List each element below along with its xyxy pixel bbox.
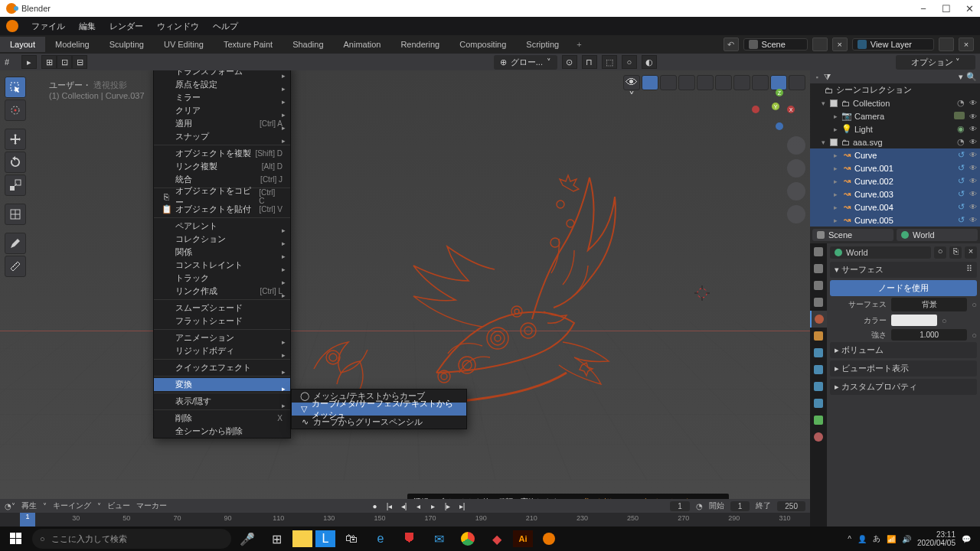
illustrator-icon[interactable]: Ai (513, 530, 533, 547)
submenu-item[interactable]: ▽カーブ/メタ/サーフェス/テキストからメッシュ (292, 403, 466, 416)
proptab-object[interactable] (810, 328, 827, 344)
section-custom[interactable]: ▸ カスタムプロパティ (830, 379, 977, 395)
outliner-curve[interactable]: ▸↝Curve.003↺ (810, 187, 980, 201)
blender-icon[interactable] (6, 20, 18, 32)
tray-ime-icon[interactable]: あ (873, 533, 880, 544)
outliner-curve[interactable]: ▸↝Curve.005↺ (810, 214, 980, 227)
menu-item[interactable]: 関係 (154, 246, 290, 259)
timeline-view-menu[interactable]: ビュー (107, 500, 130, 511)
perspective-icon[interactable] (787, 205, 805, 223)
tray-up-icon[interactable]: ^ (848, 535, 851, 543)
tab-layout[interactable]: Layout (0, 37, 45, 52)
menu-item[interactable]: リンク作成[Ctrl] L (154, 285, 290, 298)
snap-increment-icon[interactable]: ⊟ (72, 55, 87, 69)
playhead[interactable]: 1 (20, 513, 35, 527)
jump-start-icon[interactable]: |◂ (384, 500, 396, 511)
proptab-render[interactable] (810, 243, 827, 260)
preview-range-icon[interactable]: ◔ (696, 502, 703, 510)
outliner[interactable]: ▪⧩▾🔍 🗀シーンコレクション ▾🗀Collection◔ ▸📷Camera ▸… (810, 70, 980, 227)
annotate-tool[interactable] (5, 233, 26, 254)
edge-icon[interactable]: e (368, 528, 394, 549)
eye-icon[interactable] (969, 98, 977, 108)
menu-item[interactable]: ミラー (154, 91, 290, 104)
outliner-root[interactable]: シーンコレクション (836, 84, 912, 96)
scene-tab[interactable]: Scene (812, 229, 893, 241)
mail-icon[interactable]: ✉ (426, 528, 452, 549)
axis-z-icon[interactable]: Z (776, 89, 783, 96)
unlink-world-button[interactable]: × (965, 246, 977, 259)
xray-icon[interactable] (697, 75, 714, 90)
menu-item[interactable]: 削除X (154, 412, 290, 425)
proptab-physics[interactable] (810, 378, 827, 395)
proptab-scene[interactable] (810, 294, 827, 311)
new-viewlayer-button[interactable] (939, 37, 954, 51)
submenu-item[interactable]: ∿カーブからグリースペンシル (292, 416, 466, 429)
use-nodes-button[interactable]: ノードを使用 (830, 280, 977, 296)
timeline[interactable]: ◔˅ 再生˅ キーイング˅ ビュー マーカー ● |◂ ◂| ◂ ▸ |▸ ▸|… (0, 499, 810, 527)
delete-scene-button[interactable]: × (832, 37, 848, 51)
menu-item[interactable]: クイックエフェクト (154, 361, 290, 374)
autokey-icon[interactable]: ● (369, 500, 381, 511)
surface-value[interactable]: 背景 (891, 298, 967, 311)
prev-key-icon[interactable]: ◂| (398, 500, 410, 511)
outliner-curve[interactable]: ▸↝Curve.001↺ (810, 161, 980, 174)
tab-rendering[interactable]: Rendering (390, 37, 449, 52)
section-volume[interactable]: ▸ ボリューム (830, 342, 977, 358)
tray-volume-icon[interactable]: 🔊 (902, 535, 911, 543)
pan-icon[interactable] (787, 159, 805, 178)
shading-options-icon[interactable] (789, 75, 805, 90)
menu-render[interactable]: レンダー (103, 21, 150, 32)
blender-taskbar-icon[interactable] (536, 528, 562, 549)
menu-item[interactable]: 統合[Ctrl] J (154, 173, 290, 186)
menu-edit[interactable]: 編集 (72, 21, 103, 32)
options-dropdown[interactable]: オプション ˅ (896, 55, 975, 70)
close-button[interactable]: ✕ (965, 3, 974, 15)
menu-item[interactable]: 適用[Ctrl] A (154, 117, 290, 130)
cursor-mode-icon[interactable]: ▸ (21, 55, 37, 69)
explorer-icon[interactable] (292, 530, 312, 547)
axis-neg2-icon[interactable] (776, 122, 783, 130)
tab-animation[interactable]: Animation (334, 37, 391, 52)
3d-viewport[interactable]: 👁˅ Z Y X (0, 70, 810, 527)
select-box-tool[interactable] (5, 77, 26, 98)
menu-item[interactable]: フラットシェード (154, 315, 290, 328)
back-to-prev-icon[interactable]: ↶ (724, 37, 739, 51)
axis-y-icon[interactable]: Y (772, 103, 779, 110)
scene-selector[interactable]: Scene (743, 38, 808, 51)
proptab-constraint[interactable] (810, 395, 827, 412)
taskbar-search[interactable]: ○ここに入力して検索 (32, 529, 231, 549)
menu-file[interactable]: ファイル (24, 21, 72, 32)
viewlayer-selector[interactable]: View Layer (852, 38, 934, 51)
outliner-collection[interactable]: Collection (853, 99, 890, 108)
tray-notifications-icon[interactable]: 💬 (962, 535, 971, 543)
outliner-curve[interactable]: ▸↝Curve.004↺ (810, 201, 980, 214)
snap-grid-icon[interactable]: ⊞ (41, 55, 57, 69)
shading-render-icon[interactable] (770, 75, 787, 90)
section-viewport[interactable]: ▸ ビューポート表示 (830, 360, 977, 377)
outliner-camera[interactable]: Camera (854, 112, 884, 121)
app-icon-3[interactable]: ◆ (484, 528, 510, 549)
tray-wifi-icon[interactable]: 📶 (887, 535, 896, 543)
current-frame[interactable]: 1 (670, 501, 690, 511)
minimize-button[interactable]: − (919, 3, 928, 15)
tray-people-icon[interactable]: 👤 (858, 535, 867, 543)
menu-item[interactable]: 変換 (154, 378, 290, 391)
pivot-icon[interactable]: ⊙ (562, 55, 577, 69)
menu-item[interactable]: 表示/隠す (154, 395, 290, 408)
proportional-mode-icon[interactable]: ◐ (642, 55, 657, 69)
transform-tool[interactable] (5, 204, 26, 225)
outliner-curve[interactable]: ▸↝Curve↺ (810, 148, 980, 161)
timeline-ruler[interactable]: 1 10305070901101301501701902102302502702… (0, 513, 810, 527)
chrome-icon[interactable] (455, 528, 481, 549)
tab-compositing[interactable]: Compositing (449, 37, 516, 52)
scale-tool[interactable] (5, 174, 26, 196)
maximize-button[interactable]: ☐ (942, 3, 951, 15)
proptab-modifier[interactable] (810, 344, 827, 361)
snap-icon[interactable]: ⊡ (57, 55, 72, 69)
menu-item[interactable]: コレクション (154, 233, 290, 246)
menu-item[interactable]: スナップ (154, 130, 290, 143)
menu-item[interactable]: ⎘オブジェクトをコピー[Ctrl] C (154, 190, 290, 203)
visibility-icon[interactable]: 👁˅ (623, 75, 640, 90)
outliner-filter-icon[interactable]: ⧩ (824, 72, 831, 82)
menu-window[interactable]: ウィンドウ (150, 21, 206, 32)
